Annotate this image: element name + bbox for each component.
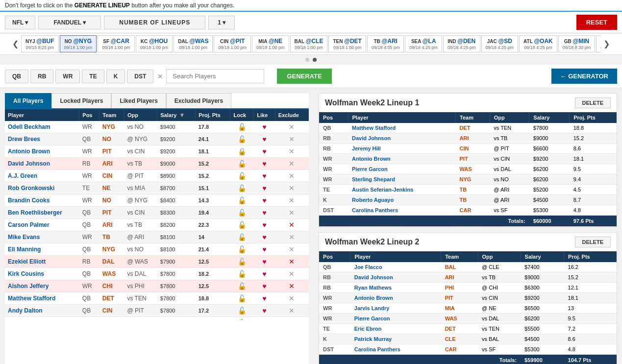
tab-liked-players[interactable]: Liked Players [111, 93, 166, 108]
player-name[interactable]: Mike Evans [8, 234, 40, 241]
lock-icon[interactable]: 🔓 [238, 245, 246, 253]
lineup-player[interactable]: Jeremy Hill [348, 144, 456, 154]
player-name[interactable]: Carson Palmer [8, 221, 50, 228]
like-icon[interactable]: ♥ [262, 196, 266, 204]
player-name[interactable]: A.J. Green [8, 172, 37, 179]
game-tile-8[interactable]: TEN @DET09/18 1:00 pm [328, 35, 366, 52]
nfl-dropdown[interactable]: NFL ▾ [5, 16, 35, 29]
carousel-next-arrow[interactable]: ❯ [601, 39, 612, 49]
game-tile-3[interactable]: KC @HOU09/18 1:00 pm [136, 35, 173, 52]
lock-icon[interactable]: 🔓 [238, 196, 246, 204]
like-icon[interactable]: ♥ [262, 294, 266, 302]
lock-icon[interactable]: 🔓 [238, 135, 246, 143]
like-icon[interactable]: ♥ [262, 209, 266, 217]
lock-icon[interactable]: 🔓 [238, 294, 246, 302]
exclude-icon[interactable]: ✕ [289, 184, 295, 192]
like-icon[interactable]: ♥ [262, 307, 266, 315]
game-tile-13[interactable]: ATL @OAK09/18 4:25 pm [519, 35, 557, 52]
pos-btn-qb[interactable]: QB [5, 70, 28, 83]
lineup-player[interactable]: Joe Flacco [350, 262, 441, 272]
lineup-player[interactable]: Carolina Panthers [350, 344, 441, 355]
player-name[interactable]: Odell Beckham [8, 123, 50, 130]
lock-icon[interactable]: 🔓 [238, 307, 246, 315]
generate-button[interactable]: GENERATE [277, 69, 331, 84]
player-name[interactable]: Kirk Cousins [8, 270, 44, 277]
exclude-icon[interactable]: ✕ [289, 172, 295, 180]
lineup-player[interactable]: Patrick Murray [350, 334, 441, 344]
game-tile-7[interactable]: BAL @CLE09/18 1:00 pm [290, 35, 328, 52]
generator-button[interactable]: ← GENERATOR [551, 69, 617, 84]
like-icon[interactable]: ♥ [262, 282, 266, 290]
lock-icon[interactable]: 🔒 [238, 147, 246, 155]
pos-btn-wr[interactable]: WR [55, 70, 80, 83]
lineup-player[interactable]: Sterling Shepard [348, 174, 456, 185]
lineup-player[interactable]: Pierre Garcon [350, 314, 441, 324]
lineup-player[interactable]: Jarvis Landry [350, 303, 441, 314]
like-icon[interactable]: ♥ [262, 319, 266, 320]
lock-icon[interactable]: 🔓 [238, 258, 246, 266]
lineup-2-delete-button[interactable]: DELETE [575, 237, 611, 247]
like-icon[interactable]: ♥ [262, 233, 266, 241]
player-name[interactable]: Rob Gronkowski [8, 185, 54, 192]
player-name[interactable]: Drew Brees [8, 136, 40, 143]
game-tile-5[interactable]: CIN @PIT09/18 1:00 pm [214, 35, 251, 52]
game-tile-1[interactable]: NO @NYG09/18 1:00 pm [60, 35, 97, 52]
exclude-icon[interactable]: ✕ [289, 196, 295, 204]
player-name[interactable]: Antonio Brown [8, 148, 50, 155]
tab-all-players[interactable]: All Players [5, 93, 51, 108]
exclude-icon[interactable]: ✕ [289, 282, 295, 290]
like-icon[interactable]: ♥ [262, 184, 266, 192]
lineup-player[interactable]: David Johnson [350, 272, 441, 283]
game-tile-12[interactable]: JAC @SD09/18 4:25 pm [481, 35, 519, 52]
exclude-icon[interactable]: ✕ [289, 135, 295, 143]
like-icon[interactable]: ♥ [262, 123, 266, 131]
lineup-1-delete-button[interactable]: DELETE [575, 97, 611, 108]
player-name[interactable]: Andy Dalton [8, 307, 43, 314]
tab-locked-players[interactable]: Locked Players [51, 93, 111, 108]
lock-icon[interactable]: 🔓 [238, 160, 246, 168]
exclude-icon[interactable]: ✕ [289, 160, 295, 168]
lineup-player[interactable]: Austin Seferian-Jenkins [348, 185, 456, 195]
lock-icon[interactable]: 🔓 [238, 123, 246, 131]
lineup-player[interactable]: David Johnson [348, 133, 456, 144]
pos-btn-rb[interactable]: RB [30, 70, 53, 83]
like-icon[interactable]: ♥ [262, 258, 266, 266]
exclude-icon[interactable]: ✕ [289, 307, 295, 315]
lock-icon[interactable]: 🔓 [238, 209, 246, 217]
tab-excluded-players[interactable]: Excluded Players [166, 93, 231, 108]
game-tile-14[interactable]: GB @MIN09/18 8:30 pm [558, 35, 596, 52]
player-name[interactable]: Dez Bryant [8, 319, 39, 320]
carousel-prev-arrow[interactable]: ❮ [10, 39, 21, 49]
exclude-icon[interactable]: ✕ [289, 123, 295, 131]
exclude-icon[interactable]: ✕ [289, 319, 295, 320]
lock-icon[interactable]: 🔓 [238, 282, 246, 290]
lineup-player[interactable]: Antonio Brown [348, 154, 456, 164]
reset-button[interactable]: RESET [576, 15, 617, 30]
exclude-icon[interactable]: ✕ [289, 209, 295, 217]
exclude-icon[interactable]: ✕ [289, 147, 295, 155]
clear-filter-icon[interactable]: ✕ [157, 73, 163, 80]
like-icon[interactable]: ♥ [262, 245, 266, 253]
lock-icon[interactable]: 🔓 [238, 172, 246, 180]
lineup-player[interactable]: Pierre Garcon [348, 164, 456, 174]
player-table-wrapper[interactable]: PlayerPosTeamOppSalary ▼Proj. PtsLockLik… [5, 109, 309, 320]
player-name[interactable]: Matthew Stafford [8, 295, 55, 302]
player-name[interactable]: Brandin Cooks [8, 197, 50, 204]
carousel-dot-1[interactable] [305, 58, 309, 62]
pos-btn-dst[interactable]: DST [127, 70, 153, 83]
lineup-player[interactable]: Carolina Panthers [348, 205, 456, 216]
exclude-icon[interactable]: ✕ [289, 258, 295, 266]
exclude-icon[interactable]: ✕ [289, 270, 295, 278]
lock-icon[interactable]: 🔓 [238, 221, 246, 229]
carousel-dot-2[interactable] [313, 58, 317, 62]
lineup-player[interactable]: Antonio Brown [350, 293, 441, 303]
lineup-player[interactable]: Ryan Mathews [350, 283, 441, 293]
exclude-icon[interactable]: ✕ [289, 221, 295, 229]
game-tile-9[interactable]: TB @ARI09/18 4:05 pm [367, 35, 404, 52]
lineup-player[interactable]: Matthew Stafford [348, 123, 456, 133]
lock-icon[interactable]: 🔓 [238, 184, 246, 192]
exclude-icon[interactable]: ✕ [289, 233, 295, 241]
pos-btn-te[interactable]: TE [82, 70, 104, 83]
like-icon[interactable]: ♥ [262, 172, 266, 180]
like-icon[interactable]: ♥ [262, 147, 266, 155]
